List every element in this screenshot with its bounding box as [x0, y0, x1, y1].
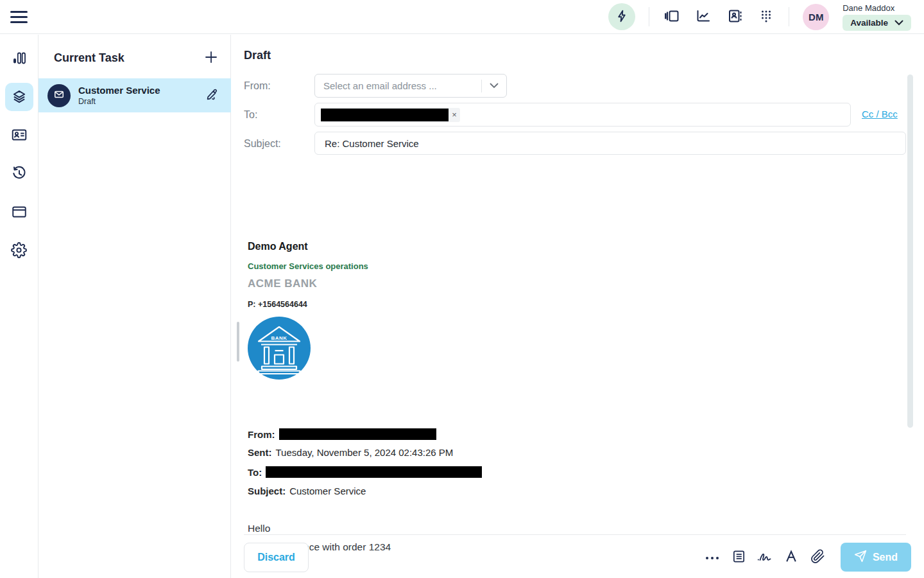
toolbar-divider	[244, 534, 906, 535]
to-label: To:	[244, 109, 257, 121]
quick-actions-button[interactable]	[608, 3, 635, 30]
cc-bcc-link[interactable]: Cc / Bcc	[862, 109, 898, 119]
user-name: Dane Maddox	[843, 3, 911, 13]
ellipsis-icon	[705, 552, 719, 562]
bank-logo-text: BANK	[271, 335, 287, 341]
from-address-select[interactable]: Select an email address ...	[314, 74, 507, 98]
task-meta: Customer Service Draft	[78, 85, 203, 106]
discard-button[interactable]: Discard	[244, 543, 309, 572]
template-list-icon	[732, 549, 746, 566]
quoted-subject-value: Customer Service	[289, 486, 366, 496]
user-avatar[interactable]: DM	[803, 4, 829, 30]
bank-logo: BANK	[248, 317, 311, 380]
quoted-to-label: To:	[248, 467, 262, 478]
nav-tasks[interactable]	[5, 83, 33, 111]
task-panel-title: Current Task	[54, 51, 124, 65]
font-format-button[interactable]	[783, 549, 800, 566]
quoted-body-line: Hello	[248, 523, 270, 534]
quoted-from-row: From:	[248, 428, 436, 440]
address-book-icon	[727, 8, 742, 26]
envelope-icon	[53, 88, 65, 103]
to-recipients-field[interactable]: ×	[314, 103, 851, 127]
redacted-recipient-email	[321, 109, 449, 121]
quoted-sent-label: Sent:	[248, 447, 272, 458]
user-block: Dane Maddox Available	[843, 3, 911, 31]
availability-dropdown[interactable]: Available	[843, 15, 911, 31]
gear-icon	[11, 242, 27, 260]
font-icon	[784, 549, 798, 565]
window-icon	[11, 204, 28, 222]
chevron-down-icon	[482, 83, 506, 89]
paper-plane-icon	[854, 550, 867, 565]
task-panel: Current Task Customer Service Draft	[38, 35, 231, 578]
task-list-item[interactable]: Customer Service Draft	[38, 78, 231, 112]
quoted-sent-value: Tuesday, November 5, 2024 02:43:26 PM	[276, 447, 454, 458]
send-button-label: Send	[873, 552, 898, 563]
add-task-button[interactable]	[202, 49, 220, 67]
task-status: Draft	[78, 97, 203, 106]
signature-icon	[757, 549, 773, 565]
from-label: From:	[244, 80, 271, 92]
contacts-button[interactable]	[726, 8, 744, 26]
lightning-icon	[615, 9, 629, 25]
layers-icon	[11, 88, 28, 107]
quoted-subject-row: Subject: Customer Service	[248, 486, 366, 496]
more-options-button[interactable]	[704, 549, 721, 566]
task-name: Customer Service	[78, 85, 203, 96]
templates-button[interactable]	[730, 549, 747, 566]
panels-view-button[interactable]	[663, 8, 681, 26]
signature-button[interactable]	[757, 549, 773, 566]
main-scrollbar-thumb[interactable]	[907, 74, 913, 428]
availability-status: Available	[850, 18, 888, 28]
chevron-down-icon	[894, 18, 903, 28]
panels-icon	[664, 8, 680, 26]
paperclip-icon	[810, 549, 825, 566]
line-chart-icon	[696, 8, 711, 26]
divider	[649, 7, 649, 26]
plus-icon	[204, 50, 218, 66]
signature-phone: P: +1564564644	[248, 300, 307, 309]
nav-contacts[interactable]	[5, 121, 33, 150]
nav-history[interactable]	[5, 160, 33, 188]
quoted-sent-row: Sent: Tuesday, November 5, 2024 02:43:26…	[248, 447, 453, 458]
send-button[interactable]: Send	[841, 543, 911, 572]
nav-settings[interactable]	[5, 237, 33, 265]
compose-toolbar: Send	[704, 543, 911, 572]
signature-company: ACME BANK	[248, 277, 317, 290]
remove-recipient-button[interactable]: ×	[449, 108, 460, 122]
subject-input[interactable]	[314, 132, 906, 155]
contact-card-icon	[11, 127, 28, 145]
attach-file-button[interactable]	[809, 549, 826, 566]
history-icon	[11, 165, 28, 184]
signature-agent-name: Demo Agent	[248, 241, 308, 252]
quoted-subject-label: Subject:	[248, 486, 286, 496]
compose-pen-icon	[205, 87, 219, 103]
signature-department: Customer Services operations	[248, 261, 368, 271]
dialpad-icon	[759, 8, 773, 26]
compose-title: Draft	[244, 49, 271, 62]
left-navigation-rail	[0, 35, 38, 578]
compose-area: Draft From: Select an email address ... …	[232, 35, 924, 578]
quoted-from-label: From:	[248, 429, 275, 440]
top-bar-actions: DM Dane Maddox Available	[608, 3, 924, 31]
quoted-to-row: To:	[248, 466, 482, 478]
dialpad-button[interactable]	[757, 8, 775, 26]
recipient-chip: ×	[321, 108, 460, 122]
analytics-button[interactable]	[694, 8, 712, 26]
top-bar: DM Dane Maddox Available	[0, 0, 924, 34]
email-task-avatar	[47, 84, 71, 107]
nav-dashboard[interactable]	[5, 44, 33, 73]
redacted-sender-email	[279, 428, 436, 440]
divider	[789, 7, 789, 26]
edit-draft-button[interactable]	[203, 87, 221, 105]
email-body-editor[interactable]: Demo Agent Customer Services operations …	[232, 160, 924, 535]
hamburger-menu-button[interactable]	[10, 4, 36, 30]
redacted-recipient-email	[266, 466, 482, 478]
bar-chart-icon	[12, 50, 27, 67]
nav-browser[interactable]	[5, 198, 33, 227]
subject-label: Subject:	[244, 138, 281, 150]
editor-scrollbar-thumb[interactable]	[237, 322, 239, 362]
task-panel-header: Current Task	[38, 35, 230, 78]
from-placeholder: Select an email address ...	[315, 80, 481, 91]
